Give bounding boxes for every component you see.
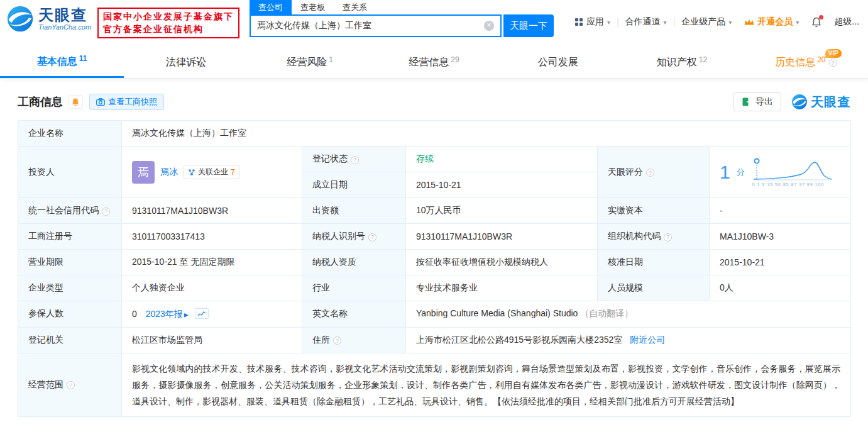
term-label: 营业期限 xyxy=(18,250,122,275)
tab-basic-info[interactable]: 基本信息 11 xyxy=(0,47,124,78)
investor-name-link[interactable]: 焉冰 xyxy=(160,167,178,178)
tianyancha-logo-icon xyxy=(6,5,34,33)
monitor-bell-button[interactable] xyxy=(68,95,83,109)
capital-label: 出资额 xyxy=(302,198,406,224)
tab-history-info[interactable]: VIP 历史信息 20 ? xyxy=(744,47,868,78)
menu-cooperation-label: 合作通道 xyxy=(625,16,661,28)
staff-size-value: 0人 xyxy=(710,275,851,301)
related-companies-badge[interactable]: 关联企业 7 xyxy=(184,165,239,179)
menu-open-vip[interactable]: 开通会员 ▾ xyxy=(738,16,805,28)
crown-icon xyxy=(744,18,754,26)
alert-bell-icon xyxy=(71,97,80,107)
company-type-label: 企业类型 xyxy=(18,275,122,301)
menu-super-vip[interactable]: 超级... xyxy=(828,16,865,28)
table-row: 营业期限 2015-10-21 至 无固定期限 纳税人资质 按征收率征收增值税小… xyxy=(18,250,851,275)
table-row: 企业名称 焉冰文化传媒（上海）工作室 xyxy=(18,121,851,147)
capital-value: 10万人民币 xyxy=(406,198,598,224)
certification-badge: 国家中小企业发展子基金旗下 官方备案企业征信机构 xyxy=(97,8,239,38)
address-value: 上海市松江区北松公路4915号影视乐园南大楼2352室 xyxy=(416,335,622,345)
investor-avatar[interactable]: 焉 xyxy=(132,161,155,184)
help-icon[interactable]: ? xyxy=(67,381,75,389)
tab-business-info[interactable]: 经营信息 29 xyxy=(372,47,496,78)
table-row: 统一社会信用代码? 91310117MA1J10BW3R 出资额 10万人民币 … xyxy=(18,198,851,224)
tax-id-label: 纳税人识别号 xyxy=(312,231,365,241)
auto-translate-note: （自动翻译） xyxy=(580,308,633,318)
search-button[interactable]: 天眼一下 xyxy=(503,14,554,37)
search-tab-relation[interactable]: 查关系 xyxy=(334,0,376,14)
approved-label: 核准日期 xyxy=(598,250,710,275)
related-companies-icon xyxy=(188,169,195,176)
investor-cell: 焉 焉冰 关联企业 7 xyxy=(122,147,302,198)
help-icon[interactable]: ? xyxy=(351,156,359,164)
notification-dot xyxy=(819,15,823,19)
scope-value: 影视文化领域内的技术开发、技术服务、技术咨询，影视文化艺术活动交流策划，影视剧策… xyxy=(122,353,851,416)
apps-grid-icon xyxy=(574,18,583,26)
paid-in-label: 实缴资本 xyxy=(598,198,710,224)
insured-trend-button[interactable] xyxy=(195,308,209,319)
logo-domain: TianYanCha.com xyxy=(38,23,91,31)
company-section-tabs: 基本信息 11 法律诉讼 经营风险 1 经营信息 29 公司发展 知识产权 12… xyxy=(0,47,868,79)
org-code-label-cell: 组织机构代码? xyxy=(598,224,710,250)
table-row: 企业类型 个人独资企业 行业 专业技术服务业 人员规模 0人 xyxy=(18,275,851,301)
help-icon[interactable]: ? xyxy=(664,233,672,241)
staff-size-label: 人员规模 xyxy=(598,275,710,301)
tab-label: 经营风险 xyxy=(287,56,327,69)
annual-report-link[interactable]: 2023年报 ▸ xyxy=(146,309,189,320)
chevron-down-icon: ▾ xyxy=(664,19,667,26)
help-icon[interactable]: ? xyxy=(646,169,654,177)
score-chart: 0 1 3 15 50 85 87 97 99 100 xyxy=(751,157,834,187)
tab-label: 法律诉讼 xyxy=(166,56,206,69)
badge-line1: 国家中小企业发展子基金旗下 xyxy=(103,10,234,23)
address-label-cell: 住所? xyxy=(302,327,406,353)
clear-icon[interactable]: × xyxy=(484,21,494,31)
tab-legal-litigation[interactable]: 法律诉讼 xyxy=(124,47,248,78)
tab-count: 12 xyxy=(699,55,707,64)
search-tab-boss[interactable]: 查老板 xyxy=(292,0,334,14)
tab-operation-risk[interactable]: 经营风险 1 xyxy=(248,47,372,78)
chevron-down-icon: ▾ xyxy=(728,19,732,26)
menu-vip-label: 开通会员 xyxy=(757,16,793,28)
authority-value: 松江区市场监管局 xyxy=(122,327,302,353)
export-button[interactable]: 导出 xyxy=(733,92,781,111)
table-row: 经营范围? 影视文化领域内的技术开发、技术服务、技术咨询，影视文化艺术活动交流策… xyxy=(18,353,851,416)
section-header-actions: 导出 天眼查 xyxy=(733,92,850,111)
help-icon[interactable]: ? xyxy=(102,208,110,216)
scope-label: 经营范围 xyxy=(28,379,63,389)
menu-apps-label: 应用 xyxy=(586,16,604,28)
brand-logo-icon xyxy=(791,94,808,110)
tab-count: 20 xyxy=(817,55,825,64)
score-value: 1 xyxy=(720,163,730,182)
score-curve-icon xyxy=(751,157,834,182)
credit-code-value: 91310117MA1J10BW3R xyxy=(122,198,302,224)
chevron-down-icon: ▾ xyxy=(796,19,799,26)
export-icon xyxy=(742,97,752,107)
paid-in-value: - xyxy=(710,198,851,224)
investor-label: 投资人 xyxy=(18,147,122,198)
view-snapshot-button[interactable]: 查看工商快照 xyxy=(89,94,164,110)
search-input[interactable] xyxy=(257,21,484,31)
tab-intellectual-property[interactable]: 知识产权 12 xyxy=(620,47,744,78)
business-info-header: 工商信息 查看工商快照 导出 天眼查 xyxy=(0,79,868,120)
annual-report-label: 2023年报 xyxy=(146,309,183,320)
tab-label: 知识产权 xyxy=(657,56,697,69)
notification-bell[interactable] xyxy=(805,17,828,28)
nearby-companies-link[interactable]: 附近公司 xyxy=(630,335,665,345)
menu-cooperation[interactable]: 合作通道 ▾ xyxy=(619,16,673,28)
vip-badge: VIP xyxy=(825,49,842,58)
business-registration-table: 企业名称 焉冰文化传媒（上海）工作室 投资人 焉 焉冰 关联企业 7 xyxy=(18,120,851,417)
tianyancha-logo[interactable]: 天眼查 TianYanCha.com xyxy=(6,5,91,33)
search-tabs: 查公司 查老板 查关系 xyxy=(250,0,554,14)
help-icon[interactable]: ? xyxy=(368,233,376,241)
reg-no-value: 310117003317413 xyxy=(122,224,302,250)
search-tab-company[interactable]: 查公司 xyxy=(250,0,292,14)
table-row: 投资人 焉 焉冰 关联企业 7 xyxy=(18,147,851,172)
score-axis-ticks: 0 1 3 15 50 85 87 97 99 100 xyxy=(751,182,834,187)
menu-apps[interactable]: 应用 ▾ xyxy=(568,16,617,28)
menu-enterprise-products[interactable]: 企业级产品 ▾ xyxy=(675,16,738,28)
related-companies-label: 关联企业 xyxy=(198,167,228,177)
table-row: 登记机关 松江区市场监管局 住所? 上海市松江区北松公路4915号影视乐园南大楼… xyxy=(18,327,851,353)
help-icon[interactable]: ? xyxy=(333,336,341,345)
badge-line2: 官方备案企业征信机构 xyxy=(103,23,234,35)
tab-company-development[interactable]: 公司发展 xyxy=(496,47,620,78)
help-icon[interactable]: ? xyxy=(829,58,837,67)
